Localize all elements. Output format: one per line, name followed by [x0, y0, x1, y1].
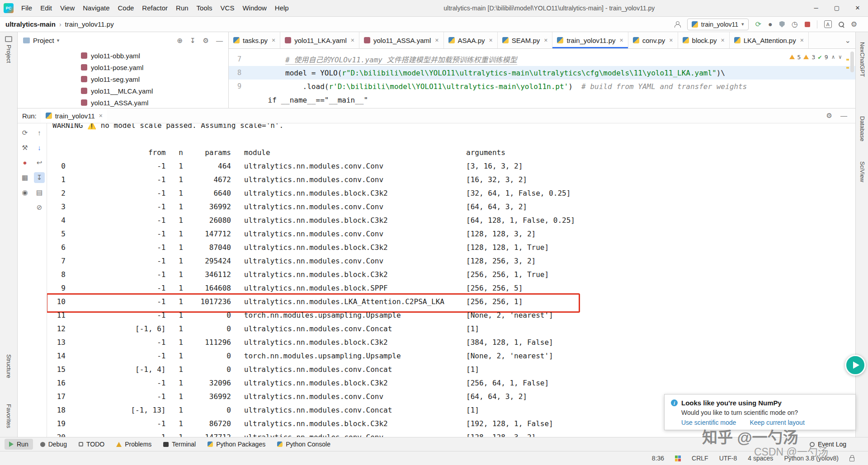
locate-file-icon[interactable]: ⊕ [177, 37, 183, 45]
stripe-structure-button[interactable]: Structure [5, 354, 12, 378]
clear-all-icon[interactable]: ⊘ [34, 202, 45, 213]
breadcrumb-project[interactable]: ultralytics-main [5, 20, 56, 28]
down-stack-icon[interactable]: ↓ [34, 142, 45, 153]
close-tab-icon[interactable]: × [669, 37, 673, 44]
menu-item[interactable]: Refactor [138, 0, 172, 16]
stop-icon[interactable]: ● [19, 157, 30, 168]
editor-tab[interactable]: tasks.py × [229, 32, 280, 48]
profiler-icon[interactable]: ◷ [792, 21, 798, 28]
project-file-item[interactable]: yolo11_ASSA.yaml [18, 97, 228, 108]
editor-tab[interactable]: LKA_Attention.py × [730, 32, 809, 48]
caret-position[interactable]: 8:36 [652, 455, 664, 462]
close-tab-icon[interactable]: × [272, 37, 275, 44]
panel-settings-icon[interactable]: ⚙ [203, 37, 209, 45]
project-tool-icon[interactable] [5, 36, 12, 42]
close-tab-icon[interactable]: × [721, 37, 725, 44]
tool-window-button[interactable]: Terminal [159, 439, 200, 450]
menu-item[interactable]: Help [271, 0, 293, 16]
menu-item[interactable]: File [17, 0, 36, 16]
close-tab-icon[interactable]: × [620, 37, 623, 44]
hidden-tabs-icon[interactable]: ⌄ [840, 32, 855, 48]
tool-window-button[interactable]: Python Packages [203, 439, 270, 450]
close-tab-icon[interactable]: × [489, 37, 493, 44]
tool-window-button[interactable]: Debug [36, 439, 71, 450]
scroll-warning-mark[interactable] [846, 67, 849, 69]
up-stack-icon[interactable]: ↑ [34, 127, 45, 138]
run-config-selector[interactable]: train_yolov11 ▾ [687, 19, 749, 30]
hide-run-panel-icon[interactable]: — [840, 112, 847, 120]
minimize-button[interactable]: ─ [806, 0, 826, 16]
menu-item[interactable]: Window [238, 0, 270, 16]
close-tab-icon[interactable]: × [351, 37, 354, 44]
tool-window-button[interactable]: Run [5, 439, 33, 450]
menu-item[interactable]: VCS [217, 0, 239, 16]
editor-tab[interactable]: yolo11_ASSA.yaml × [359, 32, 443, 48]
project-panel-title[interactable]: Project ▾ [33, 37, 59, 44]
stripe-favorites-button[interactable]: Favorites [5, 404, 12, 428]
line-number[interactable]: 7 [229, 55, 244, 63]
project-file-item[interactable]: yolo11-seg.yaml [18, 73, 228, 85]
editor-tab[interactable]: conv.py × [628, 32, 678, 48]
menu-item[interactable]: Run [172, 0, 193, 16]
project-file-item[interactable]: yolo11-pose.yaml [18, 61, 228, 73]
line-separator[interactable]: CRLF [692, 455, 708, 462]
hide-panel-icon[interactable]: — [216, 37, 223, 45]
collapse-all-icon[interactable]: ↧ [190, 37, 196, 45]
users-icon[interactable] [674, 21, 680, 28]
run-console-output[interactable]: WARNING ⚠️ no model scale passed. Assumi… [47, 123, 855, 437]
line-number[interactable]: 9 [229, 82, 244, 90]
stripe-database-button[interactable]: Database [859, 116, 866, 141]
tool-window-button[interactable]: TODO [74, 439, 109, 450]
close-button[interactable]: ✕ [847, 0, 868, 16]
code-editor[interactable]: 7 # 使用自己的YOLOv11.yamy 文件搭建模型并加载预训练权重训练模型… [229, 49, 855, 108]
search-icon[interactable] [839, 22, 844, 27]
stripe-sciview-button[interactable]: SciView [859, 161, 866, 182]
tool-window-button[interactable]: Python Console [273, 439, 335, 450]
wrench-icon[interactable]: ⚒ [19, 142, 30, 153]
menu-item[interactable]: Tools [193, 0, 217, 16]
close-tab-icon[interactable]: × [544, 37, 547, 44]
stop-button[interactable] [805, 22, 810, 27]
breadcrumb-file[interactable]: train_yolov11.py [65, 20, 114, 28]
pin-tab-icon[interactable]: ◉ [19, 187, 30, 198]
file-encoding[interactable]: UTF-8 [719, 455, 737, 462]
project-file-item[interactable]: yolo11__MLCA.yaml [18, 85, 228, 97]
close-tab-icon[interactable]: × [435, 37, 439, 44]
restore-layout-icon[interactable]: ▦ [19, 172, 30, 183]
editor-tab[interactable]: yolo11_LKA.yaml × [280, 32, 359, 48]
scroll-to-end-icon[interactable]: ↧ [34, 172, 45, 183]
menu-item[interactable]: View [56, 0, 79, 16]
next-issue-icon[interactable]: ∨ [839, 54, 842, 60]
settings-gear-icon[interactable]: ⚙ [851, 21, 857, 28]
print-icon[interactable]: ▤ [34, 187, 45, 198]
rerun-icon[interactable]: ⟳ [19, 127, 30, 138]
stripe-project-button[interactable]: Project [5, 45, 12, 63]
stripe-nexchatgpt-button[interactable]: NexChatGPT [859, 42, 866, 77]
scroll-warning-mark[interactable] [846, 59, 849, 61]
prev-issue-icon[interactable]: ∧ [832, 54, 835, 60]
plugin-grid-icon[interactable] [675, 456, 681, 461]
project-file-item[interactable]: yolo11-obb.yaml [18, 50, 228, 61]
rerun-button[interactable]: ⟳ [755, 21, 761, 28]
assistant-float-button[interactable] [845, 355, 866, 376]
coverage-icon[interactable] [779, 21, 785, 28]
menu-item[interactable]: Navigate [79, 0, 113, 16]
debug-button[interactable]: ● [768, 21, 773, 28]
maximize-button[interactable]: ▢ [826, 0, 847, 16]
menu-item[interactable]: Edit [36, 0, 56, 16]
tool-window-button[interactable]: Problems [112, 439, 156, 450]
close-session-icon[interactable]: × [99, 112, 103, 119]
translate-icon[interactable]: A [824, 20, 832, 28]
editor-tab[interactable]: SEAM.py × [498, 32, 553, 48]
editor-tab[interactable]: train_yolov11.py × [552, 32, 628, 48]
soft-wrap-icon[interactable]: ↩ [34, 157, 45, 168]
editor-scrollbar[interactable] [850, 52, 854, 72]
read-only-lock-icon[interactable] [849, 457, 854, 461]
run-session-tab[interactable]: train_yolov11 × [41, 108, 107, 123]
inspection-widget[interactable]: 5 3 ✔ 9 ∧ ∨ [789, 53, 842, 61]
close-tab-icon[interactable]: × [800, 37, 804, 44]
menu-item[interactable]: Code [113, 0, 138, 16]
run-settings-gear-icon[interactable]: ⚙ [826, 112, 832, 120]
editor-tab[interactable]: ASAA.py × [444, 32, 498, 48]
line-number[interactable]: 8 [229, 69, 244, 77]
